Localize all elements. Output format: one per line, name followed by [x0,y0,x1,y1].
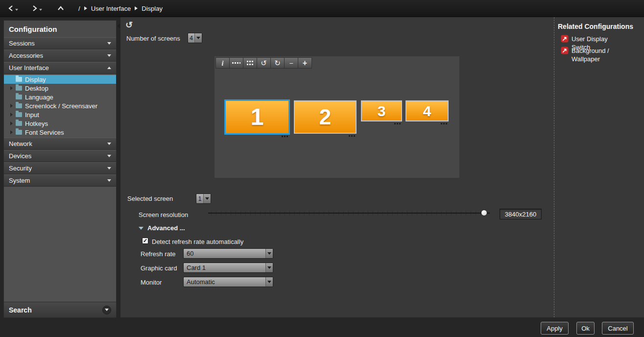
monitor-dropdown[interactable]: Automatic [183,277,273,287]
advanced-section-toggle[interactable]: Advanced ... [139,224,185,232]
tree-item-screenlock-screensaver[interactable]: Screenlock / Screensaver [4,101,116,110]
sidebar-category-accessories[interactable]: Accessories [4,49,116,62]
expander-icon[interactable] [10,121,16,126]
screen-resolution-label: Screen resolution [139,211,188,218]
cancel-button[interactable]: Cancel [602,322,634,335]
monitor-1[interactable]: 1 [224,99,290,135]
dropdown-value: 4 [188,33,194,43]
tree-item-label: Language [25,94,53,101]
chevron-left-icon [7,4,15,12]
sidebar-category-user-interface[interactable]: User Interface [4,62,116,74]
external-link-icon [561,47,569,54]
sidebar-category-sessions[interactable]: Sessions [4,37,116,49]
resolution-slider[interactable] [208,209,490,217]
related-link-label: Background / Wallpaper [572,47,628,63]
monitor-number: 4 [423,104,431,119]
configuration-sidebar: Configuration Sessions Accessories User … [4,21,116,317]
identify-screens-button[interactable] [229,57,243,69]
dropdown-arrow-icon[interactable] [203,194,211,203]
slider-track[interactable] [208,213,490,214]
chevron-up-icon [107,67,111,69]
dropdown-value: 1 [196,194,203,203]
number-of-screens-dropdown[interactable]: 4 [188,33,202,43]
folder-icon [16,121,22,126]
chevron-down-icon [107,54,111,57]
dropdown-value: 60 [184,249,265,258]
monitor-number: 3 [378,104,386,119]
back-button[interactable] [7,4,18,12]
number-of-screens-label: Number of screens [126,35,180,42]
dropdown-arrow-icon[interactable] [194,33,202,43]
dropdown-arrow-icon[interactable] [265,249,273,258]
sidebar-category-security[interactable]: Security [4,162,116,174]
breadcrumb-item-user-interface[interactable]: User Interface [91,5,131,12]
sidebar-collapse-handle[interactable] [117,24,120,28]
chevron-down-icon [107,179,111,182]
expander-icon[interactable] [10,112,16,117]
monitor-3[interactable]: 3 [361,100,402,121]
search-expand-icon[interactable] [102,306,111,314]
sidebar-filler [4,187,116,302]
expander-icon[interactable] [10,103,16,108]
chevron-down-icon [107,143,111,145]
info-button[interactable] [215,57,230,69]
expander-icon[interactable] [10,130,16,135]
graphic-card-label: Graphic card [141,265,177,272]
arrange-grid-button[interactable] [243,57,257,69]
monitor-handle-dots [446,123,447,124]
grid-icon [247,61,248,62]
apply-button[interactable]: Apply [541,322,569,335]
folder-icon [16,86,22,91]
dropdown-arrow-icon[interactable] [265,277,273,287]
detect-refresh-rate-label: Detect refresh rate automatically [152,238,243,245]
monitor-handle-dots [354,135,355,137]
dropdown-arrow-icon[interactable] [265,263,273,272]
selected-screen-dropdown[interactable]: 1 [196,193,211,204]
expander-icon[interactable] [10,86,16,91]
tree-item-display[interactable]: Display [4,75,116,84]
forward-button[interactable] [31,4,42,12]
folder-icon [16,95,22,99]
related-link-background-wallpaper[interactable]: Background / Wallpaper [561,47,628,63]
breadcrumb-root: / [78,5,80,12]
monitor-label: Monitor [141,279,162,286]
remove-screen-button[interactable] [284,57,298,69]
category-label: Security [9,165,32,172]
checkmark: ✓ [143,238,147,243]
expander-spacer [10,95,16,99]
sidebar-category-network[interactable]: Network [4,138,116,150]
info-icon [222,59,224,68]
tree-item-input[interactable]: Input [4,110,116,119]
refresh-rate-dropdown[interactable]: 60 [183,248,273,259]
tree-item-label: Font Services [25,129,64,136]
back-history-dropdown-icon[interactable] [15,9,18,11]
tree-item-language[interactable]: Language [4,93,116,101]
category-label: Accessories [9,52,43,59]
dropdown-value: Automatic [184,277,265,287]
folder-icon [16,77,22,82]
tree-item-desktop[interactable]: Desktop [4,84,116,93]
rotate-right-button[interactable] [270,57,285,69]
detect-refresh-rate-checkbox[interactable]: ✓ [142,238,148,244]
ok-button[interactable]: Ok [576,322,595,335]
resolution-value-box: 3840x2160 [500,209,542,219]
monitor-4[interactable]: 4 [405,100,449,121]
reset-to-defaults-icon[interactable] [125,20,133,30]
add-screen-button[interactable] [298,57,312,69]
category-label: User Interface [9,64,49,72]
search-section-toggle[interactable]: Search [4,302,116,317]
tree-item-font-services[interactable]: Font Services [4,128,116,137]
sidebar-category-system[interactable]: System [4,174,116,187]
graphic-card-dropdown[interactable]: Card 1 [183,263,273,273]
tree-item-hotkeys[interactable]: Hotkeys [4,119,116,128]
monitor-2[interactable]: 2 [294,100,357,134]
breadcrumb-item-display[interactable]: Display [142,5,163,12]
external-link-icon [561,35,569,43]
sidebar-category-devices[interactable]: Devices [4,150,116,162]
refresh-rate-label: Refresh rate [141,250,176,258]
forward-history-dropdown-icon[interactable] [39,9,42,11]
up-button[interactable] [57,4,65,12]
rotate-left-button[interactable] [257,57,271,69]
slider-thumb[interactable] [481,210,487,216]
minus-icon [289,59,293,68]
